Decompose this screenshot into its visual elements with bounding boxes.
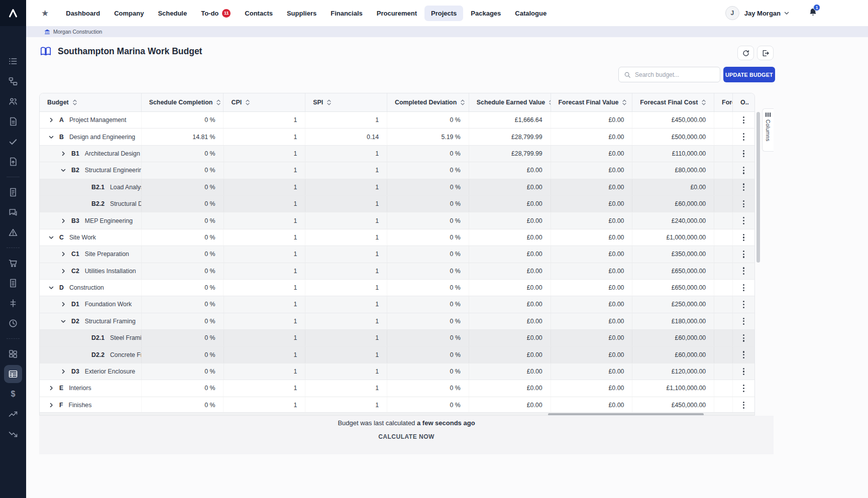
- expand-chevron-icon[interactable]: [60, 301, 67, 308]
- row-actions-kebab-icon[interactable]: [733, 234, 754, 241]
- expand-chevron-icon[interactable]: [60, 217, 67, 224]
- export-button[interactable]: [757, 46, 774, 60]
- column-header-cpi[interactable]: CPI: [224, 93, 305, 111]
- budget-row-d2-1[interactable]: D2.1Steel Framing0 %110 %£0.00£0.00£60,0…: [40, 330, 754, 346]
- user-menu[interactable]: J Jay Morgan: [725, 6, 789, 20]
- search-input[interactable]: [635, 71, 716, 78]
- collapse-chevron-icon[interactable]: [48, 284, 55, 291]
- expand-chevron-icon[interactable]: [48, 402, 55, 409]
- sidebar-item-trend-up-icon[interactable]: [4, 405, 22, 423]
- budget-row-e[interactable]: EInteriors0 %110 %£0.00£0.00£1,100,000.0…: [40, 380, 754, 397]
- sidebar-item-table-icon[interactable]: [4, 365, 22, 383]
- columns-panel-toggle[interactable]: Columns: [762, 108, 774, 152]
- app-logo[interactable]: [0, 0, 26, 26]
- nav-item-suppliers[interactable]: Suppliers: [280, 6, 323, 21]
- budget-row-c2[interactable]: C2Utilities Installation0 %110 %£0.00£0.…: [40, 263, 754, 280]
- refresh-button[interactable]: [737, 46, 754, 60]
- sidebar-item-hierarchy-icon[interactable]: [4, 72, 22, 90]
- nav-item-procurement[interactable]: Procurement: [370, 6, 423, 21]
- budget-row-a[interactable]: AProject Management0 %110 %£1,666.64£0.0…: [40, 112, 754, 129]
- sidebar-item-trend-down-icon[interactable]: [4, 425, 22, 443]
- row-actions-kebab-icon[interactable]: [733, 200, 754, 208]
- expand-chevron-icon[interactable]: [60, 150, 67, 157]
- row-actions-kebab-icon[interactable]: [733, 251, 754, 258]
- expand-chevron-icon[interactable]: [48, 385, 55, 392]
- nav-item-contacts[interactable]: Contacts: [238, 6, 279, 21]
- budget-row-d1[interactable]: D1Foundation Work0 %110 %£0.00£0.00£250,…: [40, 296, 754, 313]
- nav-item-financials[interactable]: Financials: [324, 6, 369, 21]
- row-actions-kebab-icon[interactable]: [733, 402, 754, 409]
- budget-row-b2[interactable]: B2Structural Engineering0 %110 %£0.00£0.…: [40, 162, 754, 179]
- sidebar-item-file-upload-icon[interactable]: [4, 153, 22, 171]
- calculate-now-button[interactable]: CALCULATE NOW: [378, 433, 435, 440]
- budget-row-c1[interactable]: C1Site Preparation0 %110 %£0.00£0.00£350…: [40, 246, 754, 263]
- budget-row-d2[interactable]: D2Structural Framing0 %110 %£0.00£0.00£1…: [40, 313, 754, 330]
- notifications-bell[interactable]: 1: [808, 7, 818, 19]
- column-header-sc[interactable]: Schedule Completion: [142, 93, 224, 111]
- sidebar-item-chat-icon[interactable]: [4, 203, 22, 221]
- sidebar-item-dollar-icon[interactable]: $: [4, 385, 22, 403]
- expand-chevron-icon[interactable]: [48, 116, 55, 123]
- column-header-spi[interactable]: SPI: [305, 93, 387, 111]
- collapse-chevron-icon[interactable]: [48, 134, 55, 141]
- sidebar-item-adjust-icon[interactable]: [4, 294, 22, 312]
- budget-row-b3[interactable]: B3MEP Engineering0 %110 %£0.00£0.00£240,…: [40, 212, 754, 229]
- nav-item-schedule[interactable]: Schedule: [151, 6, 193, 21]
- nav-item-dashboard[interactable]: Dashboard: [59, 6, 106, 21]
- sidebar-item-users-icon[interactable]: [4, 92, 22, 110]
- nav-item-company[interactable]: Company: [107, 6, 150, 21]
- budget-row-b2-1[interactable]: B2.1Load Analysis0 %110 %£0.00£0.00£0.00: [40, 179, 754, 196]
- column-header-ffc[interactable]: Forecast Final Cost: [632, 93, 714, 111]
- row-actions-kebab-icon[interactable]: [733, 150, 754, 158]
- budget-row-f[interactable]: FFinishes0 %110 %£0.00£0.00£450,000.00: [40, 397, 754, 412]
- column-header-cd[interactable]: Completed Deviation: [387, 93, 469, 111]
- budget-row-d2-2[interactable]: D2.2Concrete Frami0 %110 %£0.00£0.00£60,…: [40, 346, 754, 363]
- collapse-chevron-icon[interactable]: [60, 318, 67, 325]
- row-actions-kebab-icon[interactable]: [733, 133, 754, 141]
- row-actions-kebab-icon[interactable]: [733, 284, 754, 292]
- budget-row-b2-2[interactable]: B2.2Structural Detai0 %110 %£0.00£0.00£6…: [40, 196, 754, 212]
- vertical-scrollbar-thumb[interactable]: [756, 112, 760, 263]
- row-actions-kebab-icon[interactable]: [733, 334, 754, 342]
- sidebar-item-clock-icon[interactable]: [4, 314, 22, 332]
- row-actions-kebab-icon[interactable]: [733, 301, 754, 308]
- sidebar-item-check-icon[interactable]: [4, 133, 22, 151]
- expand-chevron-icon[interactable]: [60, 251, 67, 258]
- update-budget-button[interactable]: UPDATE BUDGET: [723, 67, 775, 82]
- nav-item-catalogue[interactable]: Catalogue: [508, 6, 553, 21]
- sidebar-item-list-icon[interactable]: [4, 52, 22, 70]
- row-actions-kebab-icon[interactable]: [733, 318, 754, 325]
- sidebar-item-document-icon[interactable]: [4, 112, 22, 131]
- sidebar-item-warning-icon[interactable]: [4, 223, 22, 241]
- row-actions-kebab-icon[interactable]: [733, 116, 754, 124]
- nav-item-to-do[interactable]: To-do11: [194, 5, 237, 22]
- expand-chevron-icon[interactable]: [60, 368, 67, 375]
- row-actions-kebab-icon[interactable]: [733, 267, 754, 275]
- budget-row-b1[interactable]: B1Architectural Design0 %110 %£28,799.99…: [40, 146, 754, 162]
- sidebar-item-grid-icon[interactable]: [4, 345, 22, 363]
- nav-item-packages[interactable]: Packages: [464, 6, 507, 21]
- column-header-sev[interactable]: Schedule Earned Value: [469, 93, 551, 111]
- budget-row-c[interactable]: CSite Work0 %110 %£0.00£0.00£1,000,000.0…: [40, 229, 754, 246]
- favorite-star-icon[interactable]: ★: [41, 9, 49, 18]
- breadcrumb[interactable]: Morgan Construction: [44, 29, 102, 35]
- row-actions-kebab-icon[interactable]: [733, 217, 754, 224]
- row-actions-kebab-icon[interactable]: [733, 385, 754, 392]
- budget-row-b[interactable]: BDesign and Engineering14.81 %10.145.19 …: [40, 129, 754, 145]
- nav-item-projects[interactable]: Projects: [424, 6, 463, 21]
- row-actions-kebab-icon[interactable]: [733, 351, 754, 358]
- collapse-chevron-icon[interactable]: [48, 234, 55, 241]
- row-actions-kebab-icon[interactable]: [733, 167, 754, 174]
- sidebar-item-invoice-icon[interactable]: [4, 274, 22, 292]
- collapse-chevron-icon[interactable]: [60, 167, 67, 174]
- expand-chevron-icon[interactable]: [60, 268, 67, 275]
- row-actions-kebab-icon[interactable]: [733, 368, 754, 376]
- sidebar-item-note-icon[interactable]: [4, 183, 22, 201]
- budget-row-d[interactable]: DConstruction0 %110 %£0.00£0.00£650,000.…: [40, 280, 754, 296]
- avatar: J: [725, 6, 739, 20]
- row-actions-kebab-icon[interactable]: [733, 183, 754, 191]
- column-header-ffv[interactable]: Forecast Final Value: [551, 93, 633, 111]
- sidebar-item-cart-icon[interactable]: [4, 254, 22, 272]
- column-header-name[interactable]: Budget: [40, 93, 142, 111]
- budget-row-d3[interactable]: D3Exterior Enclosure0 %110 %£0.00£0.00£1…: [40, 363, 754, 380]
